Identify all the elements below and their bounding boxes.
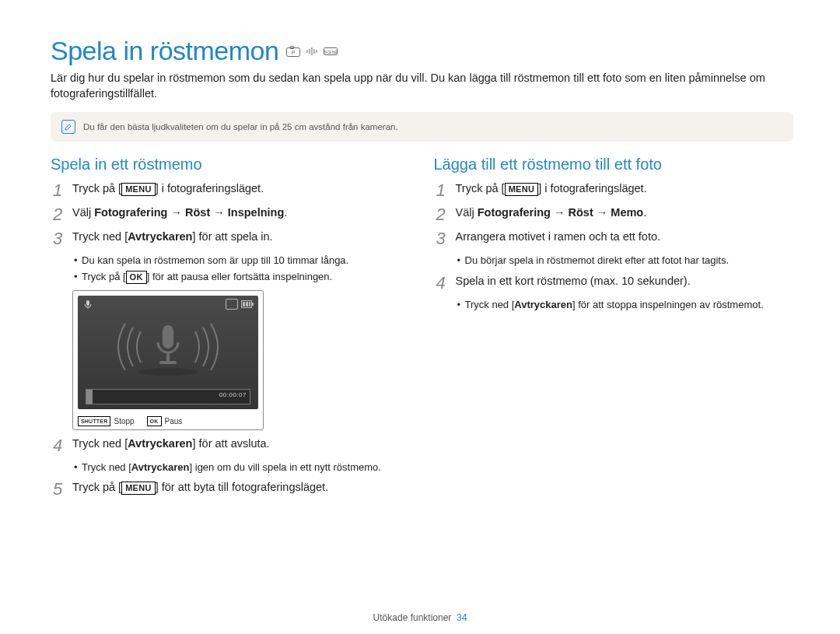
step-body: Tryck på [MENU] i fotograferingsläget.: [456, 181, 794, 197]
footer-section: Utökade funktioner: [373, 612, 452, 623]
left-step-3: 3 Tryck ned [Avtryckaren] för att spela …: [51, 229, 411, 247]
bullet: Tryck ned [Avtryckaren] för att stoppa i…: [457, 298, 794, 312]
note-text: Du får den bästa ljudkvaliteten om du sp…: [83, 122, 398, 131]
bullet: Tryck på [OK] för att pausa eller fortsä…: [74, 270, 411, 284]
right-column: Lägga till ett röstmemo till ett foto 1 …: [434, 156, 794, 504]
card-icon: [226, 299, 238, 310]
right-step-3-bullets: Du börjar spela in röstmemot direkt efte…: [434, 254, 794, 268]
left-step-4: 4 Tryck ned [Avtryckaren] för att avslut…: [51, 436, 411, 454]
title-row: Spela in röstmemon P SCENE: [51, 36, 793, 66]
right-step-4-bullets: Tryck ned [Avtryckaren] för att stoppa i…: [434, 298, 794, 312]
right-step-4: 4 Spela in ett kort röstmemo (max. 10 se…: [434, 274, 794, 292]
page-footer: Utökade funktioner 34: [0, 612, 840, 623]
step-number: 1: [434, 181, 448, 199]
step-body: Välj Fotografering → Röst → Inspelning.: [72, 205, 411, 221]
battery-icon: [241, 300, 254, 308]
menu-key: MENU: [121, 482, 156, 495]
right-step-1: 1 Tryck på [MENU] i fotograferingsläget.: [434, 181, 794, 199]
step-body: Tryck ned [Avtryckaren] för att avsluta.: [72, 436, 411, 452]
svg-rect-11: [163, 325, 173, 349]
columns: Spela in ett röstmemo 1 Tryck på [MENU] …: [51, 156, 793, 504]
step-body: Spela in ett kort röstmemo (max. 10 seku…: [456, 274, 794, 289]
menu-key: MENU: [505, 183, 539, 196]
step-number: 3: [51, 229, 65, 247]
left-step-2: 2 Välj Fotografering → Röst → Inspelning…: [51, 205, 411, 223]
step-body: Välj Fotografering → Röst → Memo.: [456, 205, 794, 221]
step-number: 2: [434, 205, 448, 223]
svg-rect-13: [159, 361, 177, 364]
step-body: Tryck på [MENU] för att byta till fotogr…: [72, 480, 411, 496]
ok-key: OK: [126, 271, 147, 284]
progress-bar: 00:00:07: [86, 389, 250, 405]
right-step-3: 3 Arrangera motivet i ramen och ta ett f…: [434, 229, 794, 247]
bullet: Du börjar spela in röstmemot direkt efte…: [457, 254, 794, 268]
mode-icons: P SCENE: [286, 46, 338, 57]
right-step-2: 2 Välj Fotografering → Röst → Memo.: [434, 205, 794, 223]
bullet: Tryck ned [Avtryckaren] igen om du vill …: [74, 461, 411, 475]
left-step-4-bullets: Tryck ned [Avtryckaren] igen om du vill …: [51, 461, 411, 475]
intro-text: Lär dig hur du spelar in röstmemon som d…: [51, 71, 793, 101]
svg-text:P: P: [292, 50, 296, 55]
shutter-key-label: SHUTTER: [78, 416, 110, 426]
pause-label: Paus: [165, 417, 183, 426]
mic-visual: [78, 316, 258, 378]
svg-text:SCENE: SCENE: [324, 49, 338, 54]
svg-rect-12: [166, 352, 170, 362]
left-step-5: 5 Tryck på [MENU] för att byta till foto…: [51, 480, 411, 498]
step-number: 1: [51, 181, 65, 199]
page-title: Spela in röstmemon: [51, 36, 278, 66]
recording-screen-illustration: 00:00:07 SHUTTER Stopp OK Paus: [72, 290, 264, 430]
step-number: 4: [51, 436, 65, 454]
page-number: 34: [457, 612, 467, 623]
step-number: 5: [51, 480, 65, 498]
step-number: 3: [434, 229, 448, 247]
svg-rect-10: [249, 302, 250, 306]
stop-label: Stopp: [114, 417, 134, 426]
svg-rect-5: [86, 300, 89, 306]
svg-rect-7: [252, 303, 254, 306]
svg-point-14: [138, 368, 198, 376]
step-body: Tryck ned [Avtryckaren] för att spela in…: [72, 229, 411, 245]
mic-indicator-icon: [82, 299, 93, 310]
step-number: 2: [51, 205, 65, 223]
manual-page: Spela in röstmemon P SCENE Lär dig hur d…: [0, 0, 840, 634]
note-icon: [61, 120, 75, 134]
svg-rect-9: [246, 302, 248, 306]
step-number: 4: [434, 274, 448, 292]
shake-icon: [305, 46, 319, 57]
svg-rect-8: [243, 302, 245, 306]
right-heading: Lägga till ett röstmemo till ett foto: [434, 156, 794, 173]
step-body: Tryck på [MENU] i fotograferingsläget.: [72, 181, 411, 197]
progress-time: 00:00:07: [219, 391, 247, 398]
left-step-1: 1 Tryck på [MENU] i fotograferingsläget.: [51, 181, 411, 199]
screen-bottombar: SHUTTER Stopp OK Paus: [78, 414, 258, 429]
menu-key: MENU: [121, 183, 156, 196]
bullet: Du kan spela in röstmemon som är upp til…: [74, 254, 411, 268]
left-step-3-bullets: Du kan spela in röstmemon som är upp til…: [51, 254, 411, 284]
scene-icon: SCENE: [324, 46, 338, 57]
step-body: Arrangera motivet i ramen och ta ett fot…: [456, 229, 794, 245]
left-column: Spela in ett röstmemo 1 Tryck på [MENU] …: [51, 156, 411, 504]
left-heading: Spela in ett röstmemo: [51, 156, 411, 173]
screen-topbar: [82, 299, 254, 310]
ok-key-label: OK: [147, 416, 162, 426]
camera-p-icon: P: [286, 46, 300, 57]
note-box: Du får den bästa ljudkvaliteten om du sp…: [51, 112, 793, 142]
screen-inner: 00:00:07: [78, 296, 258, 409]
